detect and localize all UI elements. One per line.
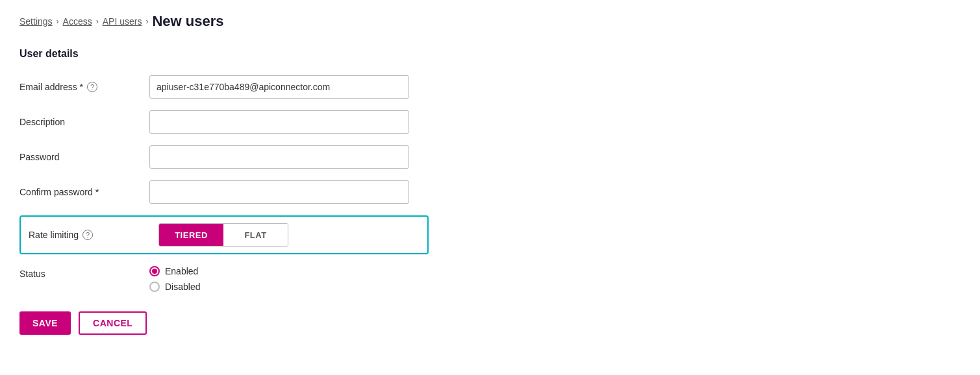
confirm-password-label: Confirm password * bbox=[19, 187, 149, 197]
confirm-password-label-text: Confirm password * bbox=[19, 187, 99, 197]
status-disabled-item[interactable]: Disabled bbox=[149, 282, 200, 292]
status-label: Status bbox=[19, 266, 149, 279]
email-help-icon[interactable]: ? bbox=[87, 82, 97, 92]
description-row: Description bbox=[19, 110, 513, 134]
rate-limiting-help-icon[interactable]: ? bbox=[82, 230, 93, 240]
breadcrumb-current: New users bbox=[152, 13, 223, 30]
rate-limiting-toggle-group: TIERED FLAT bbox=[158, 223, 288, 247]
description-label-text: Description bbox=[19, 117, 65, 127]
password-label: Password bbox=[19, 152, 149, 162]
confirm-password-row: Confirm password * bbox=[19, 180, 513, 204]
description-input[interactable] bbox=[149, 110, 409, 134]
breadcrumb-settings[interactable]: Settings bbox=[19, 16, 53, 27]
breadcrumb-sep-1: › bbox=[57, 17, 59, 26]
breadcrumb: Settings › Access › API users › New user… bbox=[19, 13, 961, 30]
status-radio-group: Enabled Disabled bbox=[149, 266, 200, 292]
status-enabled-radio[interactable] bbox=[149, 266, 160, 276]
status-enabled-label: Enabled bbox=[165, 266, 198, 276]
action-row: SAVE CANCEL bbox=[19, 311, 513, 335]
status-row: Status Enabled Disabled bbox=[19, 266, 513, 292]
description-label: Description bbox=[19, 117, 149, 127]
email-input[interactable] bbox=[149, 75, 409, 99]
status-disabled-label: Disabled bbox=[165, 282, 200, 292]
status-enabled-item[interactable]: Enabled bbox=[149, 266, 200, 276]
email-row: Email address * ? bbox=[19, 75, 513, 99]
password-input[interactable] bbox=[149, 145, 409, 169]
breadcrumb-sep-2: › bbox=[96, 17, 99, 26]
breadcrumb-sep-3: › bbox=[145, 17, 148, 26]
status-disabled-radio[interactable] bbox=[149, 282, 160, 292]
save-button[interactable]: SAVE bbox=[19, 311, 71, 335]
section-heading: User details bbox=[19, 48, 961, 60]
breadcrumb-access[interactable]: Access bbox=[63, 16, 92, 27]
rate-limiting-row: Rate limiting ? TIERED FLAT bbox=[19, 215, 429, 254]
cancel-button[interactable]: CANCEL bbox=[79, 311, 147, 335]
confirm-password-input[interactable] bbox=[149, 180, 409, 204]
tiered-toggle-button[interactable]: TIERED bbox=[159, 224, 223, 246]
rate-limiting-label: Rate limiting ? bbox=[29, 230, 158, 240]
flat-toggle-button[interactable]: FLAT bbox=[223, 224, 288, 246]
breadcrumb-api-users[interactable]: API users bbox=[103, 16, 142, 27]
email-label: Email address * ? bbox=[19, 82, 149, 92]
password-label-text: Password bbox=[19, 152, 59, 162]
user-details-form: Email address * ? Description Password C… bbox=[19, 75, 513, 335]
email-label-text: Email address * bbox=[19, 82, 83, 92]
rate-limiting-label-text: Rate limiting bbox=[29, 230, 79, 240]
password-row: Password bbox=[19, 145, 513, 169]
